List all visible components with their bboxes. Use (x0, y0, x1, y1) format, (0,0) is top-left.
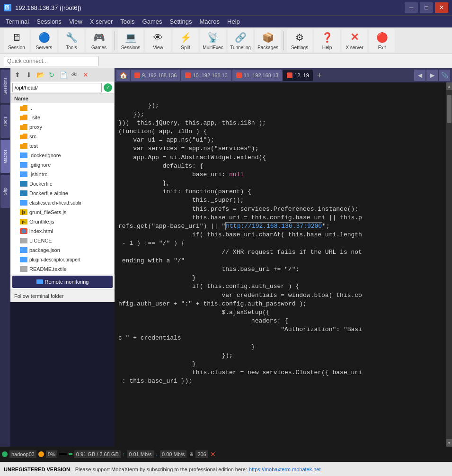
tab-icon-12 (287, 72, 292, 78)
memory-bar (69, 453, 72, 455)
list-item[interactable]: js Gruntfile.js (10, 217, 114, 226)
null-keyword: null (229, 171, 244, 178)
list-item[interactable]: js grunt_fileSets.js (10, 207, 114, 217)
minimize-button[interactable]: ─ (405, 2, 418, 13)
menu-macros[interactable]: Macros (195, 17, 223, 26)
multiexec-button[interactable]: 📡 MultiExec (200, 29, 226, 52)
servers-button[interactable]: 🔵 Servers (31, 29, 57, 52)
exit-icon: 🔴 (375, 31, 389, 44)
tab-10[interactable]: 10. 192.168.13 (181, 70, 231, 81)
menu-sessions[interactable]: Sessions (33, 17, 65, 26)
scroll-track[interactable] (446, 90, 452, 439)
file-delete-button[interactable]: ✕ (80, 70, 91, 80)
remote-monitoring-button[interactable]: Remote monitoring (12, 276, 113, 288)
file-open-button[interactable]: 📂 (35, 70, 45, 80)
file-view-button[interactable]: 👁 (69, 70, 80, 80)
list-item[interactable]: Dockerfile (10, 179, 114, 189)
sessions-tab[interactable]: Sessions (0, 70, 10, 103)
tab-12[interactable]: 12. 19 (283, 70, 313, 81)
view-button[interactable]: 👁 View (145, 29, 171, 52)
close-button[interactable]: ✕ (435, 2, 448, 13)
tools-icon: 🔧 (65, 31, 78, 44)
sessions-button[interactable]: 💻 Sessions (118, 29, 143, 52)
maximize-button[interactable]: □ (420, 2, 433, 13)
terminal-line: : this.base_uri }); (118, 377, 443, 386)
file-download-button[interactable]: ⬇ (24, 70, 34, 80)
file-upload-button[interactable]: ⬆ (12, 70, 23, 80)
tunneling-button[interactable]: 🔗 Tunneling (228, 29, 253, 52)
list-item[interactable]: test (10, 141, 114, 151)
terminal-line: } (118, 343, 443, 351)
split-button[interactable]: ⚡ Split (173, 29, 198, 52)
menu-help[interactable]: Help (223, 17, 244, 26)
file-list[interactable]: .. _site proxy src (10, 103, 114, 274)
exit-button[interactable]: 🔴 Exit (369, 29, 395, 52)
terminal-line: defaults: { (118, 162, 443, 171)
server-name: hadoop03 (9, 450, 36, 458)
menu-games[interactable]: Games (139, 17, 166, 26)
list-item[interactable]: .. (10, 103, 114, 113)
tab-icon-11 (236, 72, 242, 78)
tab-attachment-button[interactable]: 📎 (439, 70, 450, 81)
macros-tab[interactable]: Macros (0, 140, 10, 173)
download-speed: 0.00 Mb/s (160, 450, 186, 458)
xserver-button[interactable]: ✕ X server (342, 29, 367, 52)
file-refresh-button[interactable]: ↻ (46, 70, 57, 80)
menu-view[interactable]: View (65, 17, 86, 26)
terminal-line: var services = app.ns("services"); (118, 144, 443, 153)
tools-tab[interactable]: Tools (0, 105, 10, 138)
menu-settings[interactable]: Settings (166, 17, 196, 26)
new-tab-button[interactable]: + (314, 70, 325, 81)
scroll-down-button[interactable]: ▼ (446, 439, 452, 447)
menu-tools[interactable]: Tools (116, 17, 138, 26)
list-item[interactable]: src (10, 132, 114, 141)
disconnect-button[interactable]: ✕ (210, 450, 216, 458)
list-item[interactable]: plugin-descriptor.propert (10, 255, 114, 264)
terminal-line: }); (118, 351, 443, 360)
scroll-up-button[interactable]: ▲ (446, 82, 452, 90)
games-button[interactable]: 🎮 Games (86, 29, 112, 52)
terminal-content: }); });})( this.jQuery, this.app, this.i… (115, 82, 452, 447)
list-item[interactable]: .jshintrc (10, 170, 114, 179)
help-button[interactable]: ❓ Help (314, 29, 340, 52)
terminal-line: if( this.config.auth_user ) { (118, 282, 443, 291)
tab-nav-left[interactable]: ◀ (414, 70, 425, 81)
menu-terminal[interactable]: Terminal (2, 17, 33, 26)
list-item[interactable]: .gitignore (10, 160, 114, 170)
js-icon: js (20, 219, 27, 225)
tab-nav-right[interactable]: ▶ (426, 70, 438, 81)
html-icon: 🌐 (20, 228, 27, 234)
packages-button[interactable]: 📦 Packages (255, 29, 281, 52)
list-item[interactable]: _site (10, 113, 114, 122)
folder-icon (20, 143, 27, 149)
list-item[interactable]: README.textile (10, 264, 114, 274)
mobatek-link[interactable]: https://mobaxterm.mobatek.net (249, 467, 321, 472)
terminal-scrollbar[interactable]: ▲ ▼ (446, 82, 452, 447)
list-item[interactable]: 🌐 index.html (10, 226, 114, 236)
terminal-line: // XHR request fails if the URL is not (118, 248, 443, 257)
session-icon: 🖥 (10, 31, 23, 44)
path-input[interactable] (12, 83, 102, 92)
list-item[interactable]: proxy (10, 122, 114, 132)
terminal-line: base_uri: null (118, 171, 443, 179)
list-item[interactable]: LICENCE (10, 236, 114, 245)
toolbar-separator-1 (115, 31, 115, 50)
menu-xserver[interactable]: X server (86, 17, 116, 26)
scroll-thumb[interactable] (447, 95, 452, 123)
terminal-panel[interactable]: }); });})( this.jQuery, this.app, this.i… (115, 82, 446, 447)
session-button[interactable]: 🖥 Session (4, 29, 29, 52)
quickconnect-input[interactable] (4, 56, 98, 66)
list-item[interactable]: .dockerignore (10, 151, 114, 160)
file-new-button[interactable]: 📄 (58, 70, 68, 80)
list-item[interactable]: Dockerfile-alpine (10, 189, 114, 198)
tab-bar: 🏠 9. 192.168.136 10. 192.168.13 11. 192.… (115, 68, 452, 82)
tab-9[interactable]: 9. 192.168.136 (131, 70, 180, 81)
tools-button[interactable]: 🔧 Tools (59, 29, 84, 52)
list-item[interactable]: package.json (10, 245, 114, 255)
tab-home-button[interactable]: 🏠 (116, 70, 130, 81)
tab-11[interactable]: 11. 192.168.13 (232, 70, 282, 81)
settings-button[interactable]: ⚙ Settings (287, 29, 312, 52)
sftp-tab[interactable]: Sftp (0, 175, 10, 208)
app-icon: 🖥 (4, 4, 11, 11)
list-item[interactable]: elasticsearch-head.sublir (10, 198, 114, 207)
